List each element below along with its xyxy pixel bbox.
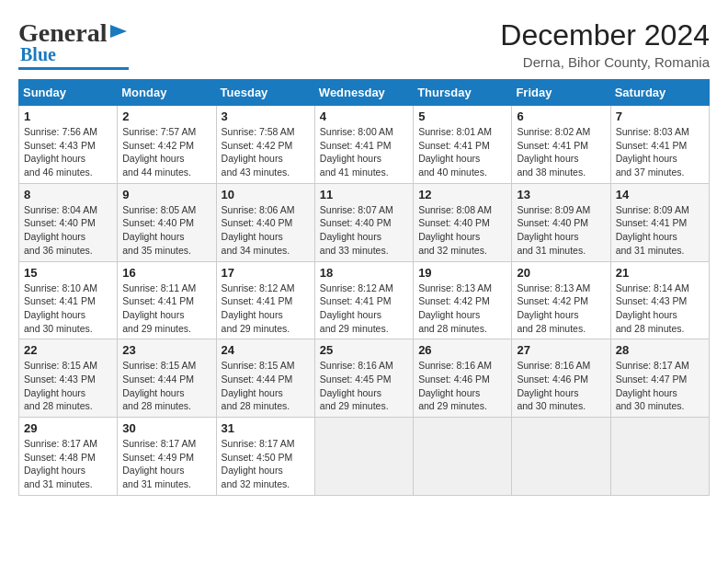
day-info: Sunrise: 8:13 AM Sunset: 4:42 PM Dayligh… bbox=[517, 282, 605, 336]
col-monday: Monday bbox=[118, 80, 216, 106]
day-number: 31 bbox=[222, 421, 310, 435]
calendar-week-row: 29 Sunrise: 8:17 AM Sunset: 4:48 PM Dayl… bbox=[19, 418, 710, 496]
table-row bbox=[414, 418, 512, 496]
page-title: December 2024 bbox=[500, 18, 710, 52]
col-thursday: Thursday bbox=[414, 80, 512, 106]
col-friday: Friday bbox=[512, 80, 610, 106]
calendar-week-row: 22 Sunrise: 8:15 AM Sunset: 4:43 PM Dayl… bbox=[19, 339, 710, 418]
table-row: 13 Sunrise: 8:09 AM Sunset: 4:40 PM Dayl… bbox=[512, 183, 610, 261]
table-row: 21 Sunrise: 8:14 AM Sunset: 4:43 PM Dayl… bbox=[610, 261, 709, 339]
table-row: 27 Sunrise: 8:16 AM Sunset: 4:46 PM Dayl… bbox=[512, 339, 610, 418]
day-info: Sunrise: 8:13 AM Sunset: 4:42 PM Dayligh… bbox=[418, 282, 506, 336]
day-info: Sunrise: 7:58 AM Sunset: 4:42 PM Dayligh… bbox=[222, 125, 310, 179]
table-row: 12 Sunrise: 8:08 AM Sunset: 4:40 PM Dayl… bbox=[414, 183, 512, 261]
table-row: 23 Sunrise: 8:15 AM Sunset: 4:44 PM Dayl… bbox=[118, 339, 216, 418]
day-info: Sunrise: 8:17 AM Sunset: 4:49 PM Dayligh… bbox=[122, 437, 210, 491]
day-number: 26 bbox=[418, 343, 506, 357]
logo-arrow-icon bbox=[108, 21, 129, 41]
calendar-week-row: 8 Sunrise: 8:04 AM Sunset: 4:40 PM Dayli… bbox=[19, 183, 710, 261]
table-row: 8 Sunrise: 8:04 AM Sunset: 4:40 PM Dayli… bbox=[19, 183, 118, 261]
table-row bbox=[314, 418, 413, 496]
calendar-table: Sunday Monday Tuesday Wednesday Thursday… bbox=[18, 79, 710, 496]
table-row: 15 Sunrise: 8:10 AM Sunset: 4:41 PM Dayl… bbox=[19, 261, 118, 339]
day-info: Sunrise: 8:12 AM Sunset: 4:41 PM Dayligh… bbox=[222, 282, 310, 336]
table-row: 28 Sunrise: 8:17 AM Sunset: 4:47 PM Dayl… bbox=[610, 339, 709, 418]
table-row: 30 Sunrise: 8:17 AM Sunset: 4:49 PM Dayl… bbox=[118, 418, 216, 496]
day-number: 6 bbox=[517, 109, 605, 123]
calendar-week-row: 15 Sunrise: 8:10 AM Sunset: 4:41 PM Dayl… bbox=[19, 261, 710, 339]
table-row: 6 Sunrise: 8:02 AM Sunset: 4:41 PM Dayli… bbox=[512, 106, 610, 184]
day-number: 16 bbox=[122, 266, 210, 280]
day-number: 1 bbox=[24, 109, 112, 123]
table-row: 10 Sunrise: 8:06 AM Sunset: 4:40 PM Dayl… bbox=[216, 183, 314, 261]
page-header: General Blue December 2024 Derna, Bihor … bbox=[18, 18, 710, 70]
table-row: 24 Sunrise: 8:15 AM Sunset: 4:44 PM Dayl… bbox=[216, 339, 314, 418]
day-number: 15 bbox=[24, 266, 112, 280]
day-number: 23 bbox=[122, 343, 210, 357]
table-row: 22 Sunrise: 8:15 AM Sunset: 4:43 PM Dayl… bbox=[19, 339, 118, 418]
table-row: 11 Sunrise: 8:07 AM Sunset: 4:40 PM Dayl… bbox=[314, 183, 413, 261]
table-row: 3 Sunrise: 7:58 AM Sunset: 4:42 PM Dayli… bbox=[216, 106, 314, 184]
day-number: 9 bbox=[122, 188, 210, 201]
day-number: 14 bbox=[616, 188, 704, 201]
day-number: 24 bbox=[222, 343, 310, 357]
day-number: 8 bbox=[24, 188, 112, 201]
day-number: 7 bbox=[616, 109, 704, 123]
day-info: Sunrise: 8:16 AM Sunset: 4:45 PM Dayligh… bbox=[320, 359, 408, 413]
day-info: Sunrise: 8:02 AM Sunset: 4:41 PM Dayligh… bbox=[517, 125, 605, 179]
table-row: 31 Sunrise: 8:17 AM Sunset: 4:50 PM Dayl… bbox=[216, 418, 314, 496]
day-info: Sunrise: 8:14 AM Sunset: 4:43 PM Dayligh… bbox=[616, 282, 704, 336]
day-info: Sunrise: 7:57 AM Sunset: 4:42 PM Dayligh… bbox=[122, 125, 210, 179]
day-number: 3 bbox=[222, 109, 310, 123]
table-row: 2 Sunrise: 7:57 AM Sunset: 4:42 PM Dayli… bbox=[118, 106, 216, 184]
day-number: 2 bbox=[122, 109, 210, 123]
col-tuesday: Tuesday bbox=[216, 80, 314, 106]
logo-underline bbox=[18, 67, 129, 70]
day-number: 11 bbox=[320, 188, 408, 201]
table-row: 17 Sunrise: 8:12 AM Sunset: 4:41 PM Dayl… bbox=[216, 261, 314, 339]
table-row: 5 Sunrise: 8:01 AM Sunset: 4:41 PM Dayli… bbox=[414, 106, 512, 184]
logo-blue-text: Blue bbox=[20, 44, 56, 65]
svg-marker-0 bbox=[110, 25, 127, 38]
day-info: Sunrise: 8:17 AM Sunset: 4:50 PM Dayligh… bbox=[222, 437, 310, 491]
col-wednesday: Wednesday bbox=[314, 80, 413, 106]
day-number: 10 bbox=[222, 188, 310, 201]
day-info: Sunrise: 8:16 AM Sunset: 4:46 PM Dayligh… bbox=[418, 359, 506, 413]
day-number: 28 bbox=[616, 343, 704, 357]
day-info: Sunrise: 8:07 AM Sunset: 4:40 PM Dayligh… bbox=[320, 203, 408, 258]
day-info: Sunrise: 8:09 AM Sunset: 4:41 PM Dayligh… bbox=[616, 203, 704, 258]
day-info: Sunrise: 8:15 AM Sunset: 4:43 PM Dayligh… bbox=[24, 359, 112, 413]
table-row: 18 Sunrise: 8:12 AM Sunset: 4:41 PM Dayl… bbox=[314, 261, 413, 339]
day-info: Sunrise: 8:15 AM Sunset: 4:44 PM Dayligh… bbox=[122, 359, 210, 413]
table-row: 4 Sunrise: 8:00 AM Sunset: 4:41 PM Dayli… bbox=[314, 106, 413, 184]
table-row: 25 Sunrise: 8:16 AM Sunset: 4:45 PM Dayl… bbox=[314, 339, 413, 418]
day-number: 30 bbox=[122, 421, 210, 435]
day-info: Sunrise: 8:09 AM Sunset: 4:40 PM Dayligh… bbox=[517, 203, 605, 258]
table-row bbox=[610, 418, 709, 496]
day-info: Sunrise: 8:17 AM Sunset: 4:47 PM Dayligh… bbox=[616, 359, 704, 413]
day-info: Sunrise: 8:05 AM Sunset: 4:40 PM Dayligh… bbox=[122, 203, 210, 258]
day-number: 19 bbox=[418, 266, 506, 280]
table-row: 1 Sunrise: 7:56 AM Sunset: 4:43 PM Dayli… bbox=[19, 106, 118, 184]
day-info: Sunrise: 8:00 AM Sunset: 4:41 PM Dayligh… bbox=[320, 125, 408, 179]
day-info: Sunrise: 8:17 AM Sunset: 4:48 PM Dayligh… bbox=[24, 437, 112, 491]
page-subtitle: Derna, Bihor County, Romania bbox=[500, 54, 710, 70]
logo: General Blue bbox=[18, 18, 129, 70]
table-row: 14 Sunrise: 8:09 AM Sunset: 4:41 PM Dayl… bbox=[610, 183, 709, 261]
day-info: Sunrise: 8:15 AM Sunset: 4:44 PM Dayligh… bbox=[222, 359, 310, 413]
day-info: Sunrise: 8:08 AM Sunset: 4:40 PM Dayligh… bbox=[418, 203, 506, 258]
day-number: 5 bbox=[418, 109, 506, 123]
table-row bbox=[512, 418, 610, 496]
day-number: 18 bbox=[320, 266, 408, 280]
day-number: 27 bbox=[517, 343, 605, 357]
day-number: 29 bbox=[24, 421, 112, 435]
title-block: December 2024 Derna, Bihor County, Roman… bbox=[500, 18, 710, 70]
table-row: 16 Sunrise: 8:11 AM Sunset: 4:41 PM Dayl… bbox=[118, 261, 216, 339]
day-number: 4 bbox=[320, 109, 408, 123]
calendar-week-row: 1 Sunrise: 7:56 AM Sunset: 4:43 PM Dayli… bbox=[19, 106, 710, 184]
day-number: 20 bbox=[517, 266, 605, 280]
day-number: 21 bbox=[616, 266, 704, 280]
table-row: 7 Sunrise: 8:03 AM Sunset: 4:41 PM Dayli… bbox=[610, 106, 709, 184]
table-row: 20 Sunrise: 8:13 AM Sunset: 4:42 PM Dayl… bbox=[512, 261, 610, 339]
day-info: Sunrise: 8:01 AM Sunset: 4:41 PM Dayligh… bbox=[418, 125, 506, 179]
